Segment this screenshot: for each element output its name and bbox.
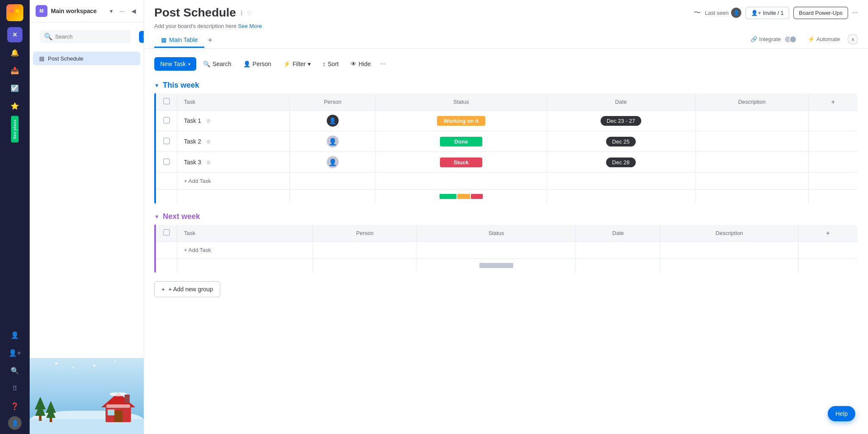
power-ups-button[interactable]: Board Power-Ups xyxy=(793,7,848,19)
sidebar-icon-star[interactable]: ⭐ xyxy=(7,98,22,113)
see-more-link[interactable]: See More xyxy=(238,23,262,29)
tab-main-table[interactable]: ▦ Main Table xyxy=(154,33,204,48)
search-icon: 🔍 xyxy=(44,33,53,41)
nw-status-summary-cell xyxy=(417,259,576,273)
board-more-icon[interactable]: ··· xyxy=(852,9,858,17)
task3-checkbox[interactable] xyxy=(163,158,170,165)
automate-label: Automate xyxy=(816,36,840,42)
workspace-more[interactable]: ··· xyxy=(118,6,126,16)
task1-status[interactable]: Working on it xyxy=(376,111,547,131)
sort-button[interactable]: ↕ Sort xyxy=(317,58,344,70)
board-description: Add your board's description here See Mo… xyxy=(154,23,858,29)
sidebar-icon-person[interactable]: 👤 xyxy=(7,327,22,343)
sidebar-icon-person-add[interactable]: 👤+ xyxy=(7,345,22,360)
add-group-button[interactable]: + + Add new group xyxy=(154,281,220,297)
filter-button[interactable]: ⚡ Filter ▾ xyxy=(278,58,316,70)
info-icon[interactable]: ℹ xyxy=(240,9,243,17)
search-bar: 🔍 xyxy=(40,30,131,43)
workspace-chevron[interactable]: ▾ xyxy=(108,6,114,16)
help-button[interactable]: Help xyxy=(828,406,855,421)
person-button[interactable]: 👤 Person xyxy=(238,58,276,70)
task1-desc[interactable] xyxy=(695,111,809,131)
search-label: Search xyxy=(212,61,231,67)
task3-date[interactable]: Dec 28 xyxy=(547,152,695,173)
svg-rect-12 xyxy=(108,409,114,415)
task2-desc[interactable] xyxy=(695,131,809,152)
add-button[interactable]: + xyxy=(139,31,144,43)
svg-rect-14 xyxy=(106,404,130,408)
task3-add-person[interactable]: ⊕ xyxy=(206,159,211,166)
user-avatar[interactable]: 👤 xyxy=(8,416,22,430)
table-row: Task 1 ⊕ 👤 Working on it xyxy=(156,111,858,131)
board-body: New Task ▾ 🔍 Search 👤 Person ⚡ Filter ▾ … xyxy=(144,49,868,434)
search-button[interactable]: 🔍 Search xyxy=(198,58,236,70)
tab-actions: 🔗 Integrate ⚡ Automate ∧ xyxy=(747,34,858,47)
filter-chevron: ▾ xyxy=(308,61,311,67)
task1-check xyxy=(156,111,177,131)
group-toggle-this-week[interactable]: ▼ xyxy=(154,83,159,88)
select-all-nw-checkbox[interactable] xyxy=(163,229,170,236)
task2-person[interactable]: 👤 xyxy=(289,131,376,152)
task3-person[interactable]: 👤 xyxy=(289,152,376,173)
sidebar-icon-x[interactable]: ✕ xyxy=(7,27,22,42)
task2-checkbox[interactable] xyxy=(163,138,170,144)
task1-person-avatar[interactable]: 👤 xyxy=(327,115,339,127)
task3-name[interactable]: Task 3 ⊕ xyxy=(177,152,290,173)
task1-name[interactable]: Task 1 ⊕ xyxy=(177,111,290,131)
new-task-button[interactable]: New Task ▾ xyxy=(154,57,196,71)
star-icon[interactable]: ☆ xyxy=(246,9,252,17)
working-summary-bar xyxy=(457,194,470,199)
tab-add-button[interactable]: + xyxy=(204,33,216,48)
add-task-row-this-week[interactable]: + Add Task xyxy=(156,173,858,190)
task3-desc[interactable] xyxy=(695,152,809,173)
task1-date[interactable]: Dec 23 - 27 xyxy=(547,111,695,131)
invite-button[interactable]: 👤+ Invite / 1 xyxy=(746,7,789,19)
hide-button[interactable]: 👁 Hide xyxy=(345,58,376,70)
sidebar-icon-help[interactable]: ❓ xyxy=(7,398,22,414)
done-summary-bar xyxy=(440,194,456,199)
task3-person-avatar[interactable]: 👤 xyxy=(327,156,339,168)
check-col-header-nw xyxy=(156,225,177,242)
table-row: Task 2 ⊕ 👤 Done Dec 25 xyxy=(156,131,858,152)
group-this-week: ▼ This week Task Person Status Date xyxy=(154,81,858,204)
sidebar-icon-inbox[interactable]: 📥 xyxy=(7,63,22,78)
sidebar-icon-bell[interactable]: 🔔 xyxy=(7,45,22,60)
automate-button[interactable]: ⚡ Automate xyxy=(804,34,843,44)
add-group-label: + Add new group xyxy=(168,286,213,293)
add-task-label-this-week[interactable]: + Add Task xyxy=(177,173,290,190)
toolbar-more[interactable]: ··· xyxy=(378,58,388,70)
app-logo[interactable] xyxy=(6,4,23,21)
add-task-label-next-week[interactable]: + Add Task xyxy=(177,242,313,259)
add-col-header[interactable]: + xyxy=(809,94,858,111)
stuck-summary-bar xyxy=(471,194,483,199)
add-task-row-next-week[interactable]: + Add Task xyxy=(156,242,858,259)
select-all-checkbox[interactable] xyxy=(163,98,170,105)
sidebar-icon-grid[interactable]: ⠿ xyxy=(7,381,22,396)
integrate-button[interactable]: 🔗 Integrate xyxy=(747,34,800,45)
task2-name[interactable]: Task 2 ⊕ xyxy=(177,131,290,152)
board-header: Post Schedule ℹ ☆ 〜 Last seen 👤 👤+ Invit… xyxy=(144,0,868,49)
task2-add-person[interactable]: ⊕ xyxy=(206,138,211,145)
workspace-collapse[interactable]: ◀ xyxy=(130,6,138,16)
status-col-header-nw: Status xyxy=(417,225,576,242)
activity-icon[interactable]: 〜 xyxy=(694,8,701,17)
search-input[interactable] xyxy=(55,33,126,40)
task3-status[interactable]: Stuck xyxy=(376,152,547,173)
tab-main-table-label: Main Table xyxy=(169,36,198,43)
sidebar-icon-tasks[interactable]: ☑️ xyxy=(7,80,22,96)
last-seen-button[interactable]: Last seen 👤 xyxy=(705,8,741,18)
task1-person[interactable]: 👤 xyxy=(289,111,376,131)
collapse-button[interactable]: ∧ xyxy=(848,34,858,44)
nav-item-post-schedule[interactable]: ▦ Post Schedule xyxy=(33,52,140,65)
hide-label: Hide xyxy=(359,61,371,67)
group-toggle-next-week[interactable]: ▼ xyxy=(154,214,159,220)
task1-checkbox[interactable] xyxy=(163,117,170,124)
see-plans-button[interactable]: See plans xyxy=(11,116,19,143)
task2-date[interactable]: Dec 25 xyxy=(547,131,695,152)
task2-person-avatar[interactable]: 👤 xyxy=(327,135,339,147)
task2-status[interactable]: Done xyxy=(376,131,547,152)
task1-add-person[interactable]: ⊕ xyxy=(206,117,211,124)
add-col-header-nw[interactable]: + xyxy=(798,225,857,242)
board-icon: ▦ xyxy=(39,55,45,62)
sidebar-icon-search[interactable]: 🔍 xyxy=(7,363,22,378)
